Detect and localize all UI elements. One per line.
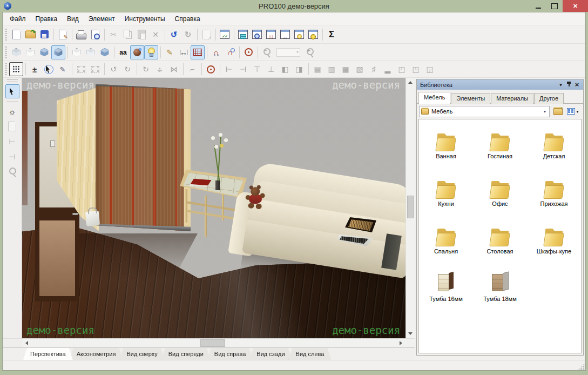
horizontal-scrollbar[interactable]: [22, 339, 405, 347]
delete[interactable]: ✕: [148, 28, 163, 42]
align-bottom[interactable]: ⊥: [264, 62, 278, 76]
view-mode-icon[interactable]: [565, 105, 581, 117]
view-frame[interactable]: [84, 45, 98, 59]
close-icon[interactable]: [573, 81, 581, 89]
edit-materials[interactable]: ✎: [163, 45, 177, 59]
select-pointer[interactable]: [5, 84, 19, 98]
report-price[interactable]: [306, 28, 320, 42]
distribute-right[interactable]: ▦: [339, 62, 353, 76]
print-preview[interactable]: [88, 28, 102, 42]
project-settings[interactable]: [218, 28, 232, 42]
view-tab[interactable]: Вид сверху: [119, 348, 164, 360]
shape[interactable]: [5, 119, 19, 133]
distribute-center[interactable]: ▥: [325, 62, 339, 76]
library-item[interactable]: Тумба 16мм: [419, 265, 473, 313]
menu-item[interactable]: Справка: [170, 15, 205, 23]
edit-document[interactable]: [56, 28, 70, 42]
view-tab[interactable]: Вид сзади: [249, 348, 292, 360]
toolbar-grip[interactable]: [5, 29, 7, 41]
show-materials[interactable]: [130, 45, 144, 59]
show-lighting[interactable]: [144, 45, 158, 59]
snap-center[interactable]: ∩: [223, 45, 237, 59]
library-item[interactable]: Кухни: [419, 170, 473, 218]
merge[interactable]: ◲: [423, 62, 437, 76]
library-path-combobox[interactable]: Мебель: [419, 106, 550, 117]
clone-right[interactable]: ◨: [292, 62, 306, 76]
menu-item[interactable]: Вид: [62, 15, 84, 23]
3d-viewport[interactable]: демо-версия демо-версия демо-версия демо…: [22, 78, 405, 338]
rotate-y[interactable]: ↻: [120, 62, 134, 76]
library-tab[interactable]: Элементы: [451, 93, 490, 104]
toolbar-grip[interactable]: [5, 63, 7, 75]
undo[interactable]: ↺: [167, 28, 181, 42]
report-lighting[interactable]: [292, 28, 306, 42]
pick-element[interactable]: [42, 62, 56, 76]
report-dimensions[interactable]: [278, 28, 292, 42]
draw-element[interactable]: ✎: [56, 62, 70, 76]
resize-grip[interactable]: [578, 363, 585, 370]
zoom-menu[interactable]: [5, 165, 19, 179]
library-item[interactable]: Шкафы-купе: [527, 218, 581, 265]
center-element[interactable]: [204, 62, 218, 76]
shrink-left[interactable]: ◰: [395, 62, 409, 76]
view-tab[interactable]: Вид справа: [207, 348, 253, 360]
library-tab[interactable]: Материалы: [491, 93, 533, 104]
shape-corner[interactable]: ⌐: [185, 62, 199, 76]
view-wireframe[interactable]: [9, 45, 23, 59]
scroll-left-arrow[interactable]: [22, 339, 31, 348]
folder-up-icon[interactable]: [551, 105, 565, 117]
measure-width[interactable]: ⊢: [5, 135, 19, 149]
report-structure[interactable]: [264, 28, 278, 42]
library-item[interactable]: Столовая: [473, 218, 527, 265]
vertical-scrollbar[interactable]: [405, 78, 415, 338]
view-tab[interactable]: Вид слева: [289, 348, 332, 360]
copy[interactable]: [120, 28, 134, 42]
library-tab[interactable]: Другое: [534, 93, 564, 104]
mirror[interactable]: ⋈: [167, 62, 181, 76]
move[interactable]: [153, 62, 167, 76]
view-contour[interactable]: [70, 45, 84, 59]
library-item[interactable]: Офис: [473, 170, 527, 218]
align-top[interactable]: ⊤: [250, 62, 264, 76]
paste[interactable]: [134, 28, 148, 42]
fit-grid[interactable]: ♯: [367, 62, 381, 76]
toolbar-grip[interactable]: [7, 79, 18, 82]
show-dimensions[interactable]: ↔: [177, 45, 191, 59]
snap-magnet[interactable]: ∩: [209, 45, 223, 59]
distribute-left[interactable]: ▤: [310, 62, 325, 76]
toolbar-grip[interactable]: [5, 46, 7, 58]
redo[interactable]: ↻: [181, 28, 195, 42]
menu-item[interactable]: Правка: [31, 15, 63, 23]
maximize-icon[interactable]: [546, 0, 563, 12]
print[interactable]: [74, 28, 88, 42]
zoom-out[interactable]: −: [260, 45, 274, 59]
pattern-grid[interactable]: [9, 62, 23, 76]
open-project[interactable]: [23, 28, 37, 42]
new-document[interactable]: [9, 28, 23, 42]
library-item[interactable]: Гостиная: [473, 123, 527, 170]
view-hidden[interactable]: [23, 45, 37, 59]
view-tab[interactable]: Вид спереди: [161, 348, 211, 360]
show-labels[interactable]: aa: [116, 45, 130, 59]
group[interactable]: [74, 62, 88, 76]
summary[interactable]: Σ: [325, 28, 339, 42]
align-left[interactable]: ⊢: [222, 62, 236, 76]
show-grid[interactable]: [191, 45, 205, 59]
view-textured[interactable]: [51, 45, 65, 59]
report-elements[interactable]: [236, 28, 250, 42]
library-item[interactable]: Тумба 18мм: [473, 265, 527, 313]
rotate-x[interactable]: ↺: [106, 62, 120, 76]
scroll-right-arrow[interactable]: [396, 339, 405, 348]
menu-item[interactable]: Инструменты: [120, 15, 170, 23]
spotlight[interactable]: ☼: [5, 104, 19, 118]
add-element[interactable]: ±: [28, 62, 42, 76]
properties[interactable]: [199, 28, 213, 42]
scroll-down-arrow[interactable]: [406, 329, 415, 338]
chevron-down-icon[interactable]: [540, 106, 549, 117]
library-item[interactable]: Спальня: [419, 218, 473, 265]
minimize-icon[interactable]: [530, 0, 546, 12]
vertical-scroll-thumb[interactable]: [407, 196, 414, 218]
align-right[interactable]: ⊣: [236, 62, 250, 76]
shrink-right[interactable]: ◳: [409, 62, 423, 76]
view-shaded[interactable]: [98, 45, 112, 59]
